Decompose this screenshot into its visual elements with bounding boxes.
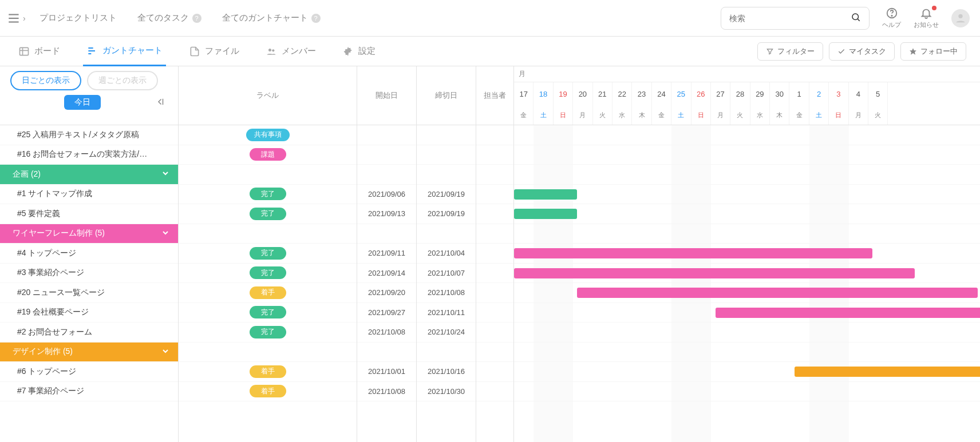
gantt-bar-row bbox=[514, 264, 980, 284]
tab-member[interactable]: メンバー bbox=[262, 37, 319, 66]
gantt-bar[interactable] bbox=[795, 367, 980, 377]
start-date-cell: 2021/09/27 bbox=[357, 303, 416, 323]
gantt-bar-row bbox=[514, 185, 980, 205]
dow-cell: 金 bbox=[514, 105, 534, 125]
task-row[interactable]: #1 サイトマップ作成 bbox=[0, 185, 178, 205]
gantt-bar-row bbox=[514, 204, 980, 224]
timeline-pane[interactable]: 月 171819202122232425262728293012345 金土日月… bbox=[514, 66, 980, 442]
task-row[interactable]: #20 ニュース一覧ページ bbox=[0, 283, 178, 303]
label-cell: 着手 bbox=[179, 382, 357, 402]
week-mode-button[interactable]: 週ごとの表示 bbox=[87, 71, 158, 90]
collapse-sidebar-icon[interactable] bbox=[155, 97, 165, 109]
dow-cell: 火 bbox=[868, 105, 888, 125]
breadcrumb-bar: プロジェクトリスト 全てのタスク ? 全てのガントチャート ? bbox=[39, 13, 321, 23]
gantt-bar[interactable] bbox=[514, 248, 872, 258]
col-due-header: 締切日 bbox=[417, 66, 476, 125]
start-date-cell: 2021/10/08 bbox=[357, 322, 416, 343]
tab-file-label: ファイル bbox=[205, 46, 239, 57]
breadcrumb-root[interactable]: プロジェクトリスト bbox=[39, 13, 117, 23]
status-badge: 完了 bbox=[250, 208, 286, 220]
gantt-bar[interactable] bbox=[577, 288, 978, 298]
gantt-bar[interactable] bbox=[716, 308, 980, 318]
gantt-bar[interactable] bbox=[514, 209, 577, 219]
gantt-bar-row bbox=[514, 165, 980, 185]
dow-cell: 月 bbox=[711, 105, 730, 125]
task-row[interactable]: #19 会社概要ページ bbox=[0, 303, 178, 323]
status-badge: 完了 bbox=[250, 266, 286, 279]
assignee-cell bbox=[476, 283, 513, 303]
task-row[interactable]: #2 お問合せフォーム bbox=[0, 322, 178, 343]
due-date-cell bbox=[417, 224, 476, 244]
status-badge: 完了 bbox=[250, 306, 286, 318]
gantt-main: 日ごとの表示 週ごとの表示 今日 #25 入稿用テキスト/メタタグ原稿#16 お… bbox=[0, 66, 980, 442]
assignee-cell bbox=[476, 362, 513, 382]
group-row[interactable]: 企画 (2) bbox=[0, 165, 178, 185]
due-date-cell: 2021/10/11 bbox=[417, 303, 476, 323]
col-label-header: ラベル bbox=[179, 66, 357, 125]
group-row[interactable]: デザイン制作 (5) bbox=[0, 343, 178, 363]
label-cell: 完了 bbox=[179, 244, 357, 264]
filter-label: フィルター bbox=[777, 46, 815, 57]
gantt-bar-row bbox=[514, 303, 980, 323]
link-all-gantt[interactable]: 全てのガントチャート ? bbox=[222, 13, 321, 23]
status-badge: 完了 bbox=[250, 326, 286, 339]
assignee-cell bbox=[476, 185, 513, 205]
start-date-cell bbox=[357, 224, 416, 244]
help-button[interactable]: ヘルプ bbox=[882, 7, 901, 29]
date-cell: 5 bbox=[868, 82, 888, 105]
gantt-bar-row bbox=[514, 224, 980, 244]
search-box[interactable] bbox=[721, 7, 870, 30]
date-cell: 2 bbox=[809, 82, 829, 105]
svg-point-6 bbox=[891, 15, 892, 16]
date-cell: 29 bbox=[750, 82, 770, 105]
avatar[interactable] bbox=[951, 9, 970, 27]
status-badge: 課題 bbox=[250, 148, 286, 161]
status-badge: 着手 bbox=[250, 385, 286, 397]
gantt-bar-row bbox=[514, 145, 980, 165]
svg-point-14 bbox=[268, 49, 271, 51]
tab-settings[interactable]: 設定 bbox=[339, 37, 379, 66]
task-row[interactable]: #3 事業紹介ページ bbox=[0, 264, 178, 284]
svg-point-7 bbox=[958, 14, 962, 18]
tab-member-label: メンバー bbox=[282, 46, 316, 57]
help-label: ヘルプ bbox=[882, 21, 901, 29]
label-cell: 完了 bbox=[179, 185, 357, 205]
task-row[interactable]: #6 トップページ bbox=[0, 362, 178, 382]
chevron-down-icon bbox=[161, 169, 170, 180]
start-date-cell bbox=[357, 165, 416, 185]
task-row[interactable]: #4 トップページ bbox=[0, 244, 178, 264]
chevron-down-icon bbox=[161, 347, 170, 357]
follow-button[interactable]: フォロー中 bbox=[900, 42, 966, 61]
today-button[interactable]: 今日 bbox=[64, 95, 101, 110]
due-date-cell: 2021/10/24 bbox=[417, 322, 476, 343]
link-all-tasks[interactable]: 全てのタスク ? bbox=[137, 13, 201, 23]
date-cell: 28 bbox=[730, 82, 750, 105]
hamburger-menu-icon[interactable]: › bbox=[7, 11, 26, 26]
task-row[interactable]: #16 お問合せフォームの実装方法/… bbox=[0, 145, 178, 165]
group-title: デザイン制作 (5) bbox=[13, 347, 73, 357]
date-cell: 3 bbox=[829, 82, 848, 105]
assignee-cell bbox=[476, 125, 513, 145]
gantt-bar[interactable] bbox=[514, 189, 577, 200]
chevron-right-icon: › bbox=[23, 14, 26, 23]
search-input[interactable] bbox=[729, 14, 851, 23]
group-row[interactable]: ワイヤーフレーム制作 (5) bbox=[0, 224, 178, 244]
group-title: ワイヤーフレーム制作 (5) bbox=[13, 228, 105, 238]
due-date-cell: 2021/09/19 bbox=[417, 204, 476, 224]
task-row[interactable]: #25 入稿用テキスト/メタタグ原稿 bbox=[0, 125, 178, 145]
tab-board[interactable]: ボード bbox=[15, 37, 64, 66]
col-start-header: 開始日 bbox=[357, 66, 416, 125]
day-mode-button[interactable]: 日ごとの表示 bbox=[10, 71, 81, 90]
mytask-button[interactable]: マイタスク bbox=[829, 42, 895, 61]
gantt-bar-row bbox=[514, 322, 980, 343]
gantt-bar[interactable] bbox=[514, 268, 915, 278]
dow-cell: 月 bbox=[573, 105, 592, 125]
tab-file[interactable]: ファイル bbox=[185, 37, 243, 66]
notification-button[interactable]: お知らせ bbox=[914, 7, 939, 29]
task-row[interactable]: #7 事業紹介ページ bbox=[0, 382, 178, 402]
dow-cell: 土 bbox=[534, 105, 553, 125]
filter-button[interactable]: フィルター bbox=[757, 42, 823, 61]
tab-gantt[interactable]: ガントチャート bbox=[83, 37, 166, 66]
start-date-cell: 2021/10/08 bbox=[357, 382, 416, 402]
task-row[interactable]: #5 要件定義 bbox=[0, 204, 178, 224]
